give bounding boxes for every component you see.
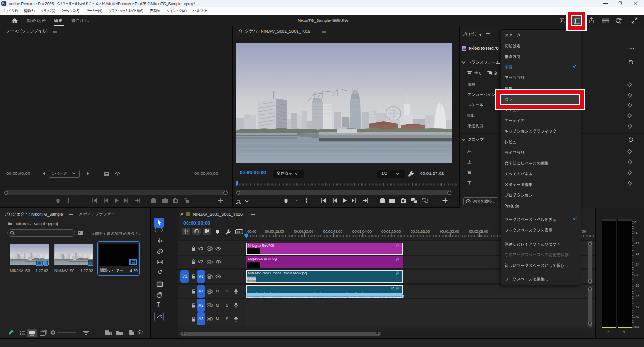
svg-text:CC: CC [237, 230, 241, 233]
